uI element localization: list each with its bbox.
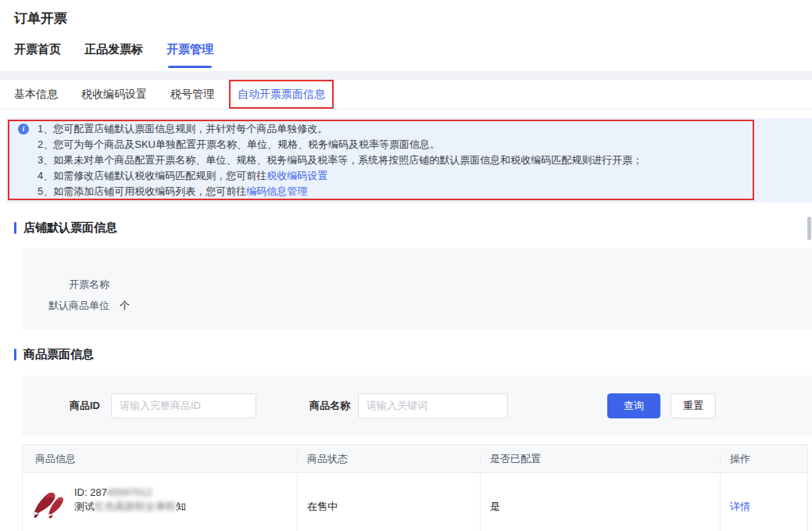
page-title: 订单开票 bbox=[14, 0, 798, 35]
tab-invoice-home[interactable]: 开票首页 bbox=[14, 42, 61, 71]
product-text: ID: 28745597912 测试红色高跟鞋女单鞋知 bbox=[74, 486, 186, 514]
product-name-visible: 测试 bbox=[74, 501, 95, 512]
primary-tabs: 开票首页 正品发票标 开票管理 bbox=[14, 35, 798, 71]
product-invoice-section-title: 商品票面信息 bbox=[14, 349, 812, 361]
default-unit-label: 默认商品单位 bbox=[22, 299, 109, 313]
detail-link[interactable]: 详情 bbox=[730, 501, 750, 512]
subtab-basic-info[interactable]: 基本信息 bbox=[14, 88, 58, 102]
scrollbar-thumb[interactable] bbox=[807, 217, 811, 240]
page-header: 订单开票 开票首页 正品发票标 开票管理 bbox=[0, 0, 812, 71]
secondary-tabs: 基本信息 税收编码设置 税号管理 自动开票票面信息 bbox=[0, 80, 812, 109]
product-image-red-heels bbox=[29, 486, 65, 518]
order-invoicing-page: 订单开票 开票首页 正品发票标 开票管理 基本信息 税收编码设置 税号管理 自动… bbox=[0, 0, 812, 531]
subtab-auto-invoice-info[interactable]: 自动开票票面信息 bbox=[229, 80, 334, 109]
notice-line-4-text: 4、如需修改店铺默认税收编码匹配规则，您可前往 bbox=[38, 170, 266, 181]
header-divider-band bbox=[0, 71, 812, 80]
product-name-redacted: 红色高跟鞋女单鞋 bbox=[95, 501, 176, 512]
product-name-line: 测试红色高跟鞋女单鞋知 bbox=[74, 500, 186, 514]
table-row: ID: 28745597912 测试红色高跟鞋女单鞋知 在售中 是 详情 bbox=[23, 472, 807, 531]
col-header-actions: 操作 bbox=[720, 452, 807, 466]
product-status-cell: 在售中 bbox=[297, 473, 480, 531]
reset-button[interactable]: 重置 bbox=[671, 393, 716, 418]
product-info-cell: ID: 28745597912 测试红色高跟鞋女单鞋知 bbox=[23, 473, 297, 531]
notice-line-2: 2、您可为每个商品及SKU单独配置开票名称、单位、规格、税务编码及税率等票面信息… bbox=[38, 137, 799, 152]
query-button[interactable]: 查询 bbox=[607, 393, 660, 418]
section-accent-bar bbox=[14, 222, 16, 234]
product-name-suffix: 知 bbox=[176, 501, 186, 512]
table-header-row: 商品信息 商品状态 是否已配置 操作 bbox=[23, 445, 807, 472]
product-invoice-title-text: 商品票面信息 bbox=[23, 347, 94, 362]
shop-defaults-title-text: 店铺默认票面信息 bbox=[23, 221, 117, 235]
tab-genuine-invoice-label[interactable]: 正品发票标 bbox=[84, 42, 143, 71]
shop-defaults-section-title: 店铺默认票面信息 bbox=[14, 222, 812, 234]
info-icon: i bbox=[18, 124, 29, 135]
col-header-product-status: 商品状态 bbox=[297, 452, 480, 466]
product-id-visible: ID: 287 bbox=[74, 486, 107, 498]
tax-code-settings-link[interactable]: 税收编码设置 bbox=[266, 170, 327, 181]
notice-banner: i 1、您可配置店铺默认票面信息规则，并针对每个商品单独修改。 2、您可为每个商… bbox=[6, 118, 812, 203]
configured-cell: 是 bbox=[480, 473, 720, 531]
subtab-tax-number-management[interactable]: 税号管理 bbox=[170, 88, 214, 102]
notice-line-4: 4、如需修改店铺默认税收编码匹配规则，您可前往税收编码设置 bbox=[38, 168, 799, 184]
product-name-input[interactable] bbox=[358, 393, 508, 418]
subtab-tax-code-settings[interactable]: 税收编码设置 bbox=[81, 88, 147, 102]
product-id-line: ID: 28745597912 bbox=[74, 486, 186, 500]
shop-defaults-panel: 开票名称 默认商品单位 个 bbox=[22, 248, 812, 329]
product-id-label: 商品ID bbox=[22, 399, 100, 413]
product-id-redacted: 45597912 bbox=[107, 486, 152, 498]
default-unit-value: 个 bbox=[120, 299, 130, 313]
notice-line-1: 1、您可配置店铺默认票面信息规则，并针对每个商品单独修改。 bbox=[38, 121, 799, 137]
notice-line-3: 3、如果未对单个商品配置开票名称、单位、规格、税务编码及税率等，系统将按照店铺的… bbox=[38, 152, 799, 168]
notice-line-5: 5、如需添加店铺可用税收编码列表，您可前往编码信息管理 bbox=[38, 184, 799, 199]
invoice-name-field: 开票名称 bbox=[22, 278, 812, 292]
notice-line-5-text: 5、如需添加店铺可用税收编码列表，您可前往 bbox=[38, 185, 246, 197]
col-header-configured: 是否已配置 bbox=[480, 452, 720, 466]
default-unit-field: 默认商品单位 个 bbox=[22, 299, 812, 313]
code-info-management-link[interactable]: 编码信息管理 bbox=[246, 185, 307, 197]
product-table: 商品信息 商品状态 是否已配置 操作 ID: 28745597912 bbox=[22, 444, 808, 531]
product-search-panel: 商品ID 商品名称 查询 重置 bbox=[22, 375, 812, 436]
product-id-input[interactable] bbox=[111, 393, 256, 418]
tab-invoice-management[interactable]: 开票管理 bbox=[166, 42, 213, 71]
product-name-label: 商品名称 bbox=[309, 399, 350, 413]
section-accent-bar bbox=[14, 349, 16, 361]
invoice-name-label: 开票名称 bbox=[22, 278, 109, 292]
col-header-product-info: 商品信息 bbox=[23, 452, 297, 466]
